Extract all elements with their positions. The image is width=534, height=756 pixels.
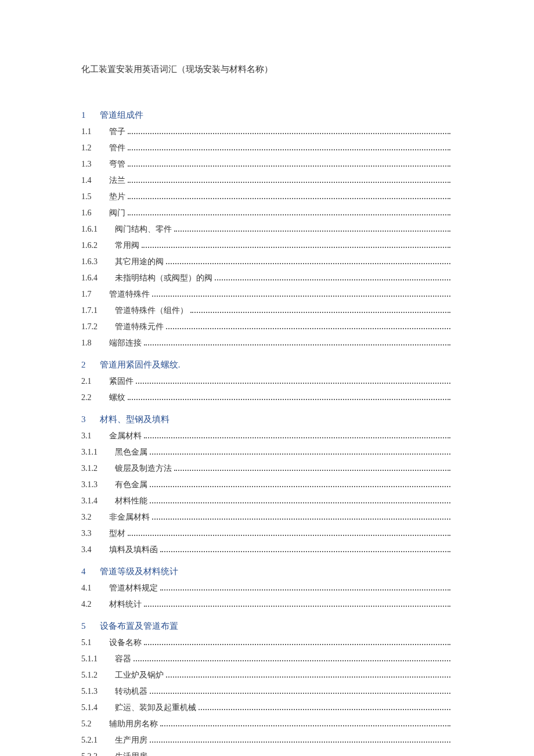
toc-entry-number: 1.6.3 xyxy=(81,255,115,268)
toc-leader-dots xyxy=(166,676,450,678)
toc-entry-number: 1.5 xyxy=(81,190,109,203)
toc-entry-label: 紧固件 xyxy=(109,375,134,387)
toc-entry-number: 2.2 xyxy=(81,391,109,404)
section-title: 设备布置及管道布置 xyxy=(98,621,178,631)
toc-entry-label: 型材 xyxy=(109,527,125,539)
toc-entry-label: 贮运、装卸及起重机械 xyxy=(115,701,196,714)
section-number: 2 xyxy=(81,360,98,370)
toc-entry-number: 1.6.1 xyxy=(81,223,115,235)
toc-entry-label: 设备名称 xyxy=(109,636,142,649)
toc-leader-dots xyxy=(150,502,450,503)
toc-leader-dots xyxy=(150,741,450,743)
toc-entry: 1.4法兰 xyxy=(81,174,453,186)
toc-entry-number: 4.1 xyxy=(81,582,109,594)
toc-entry-number: 3.1.1 xyxy=(81,446,115,458)
toc-entry-label: 端部连接 xyxy=(109,337,142,349)
toc-entry: 1.1管子 xyxy=(81,125,453,138)
toc-entry: 1.8端部连接 xyxy=(81,337,453,349)
section-title: 管道等级及材料统计 xyxy=(98,567,178,576)
toc-leader-dots xyxy=(136,383,450,384)
toc-leader-dots xyxy=(166,263,450,264)
section-heading: 5 设备布置及管道布置 xyxy=(81,621,453,632)
toc-entry-number: 4.2 xyxy=(81,598,109,610)
toc-entry-number: 1.6.4 xyxy=(81,272,115,284)
toc-entry-number: 3.3 xyxy=(81,527,109,539)
toc-entry-label: 转动机器 xyxy=(115,685,147,697)
toc-entry-number: 1.2 xyxy=(81,142,109,154)
toc-entry: 3.1金属材料 xyxy=(81,430,453,442)
toc-entry-label: 镀层及制造方法 xyxy=(115,462,172,474)
toc-entry: 2.1紧固件 xyxy=(81,375,453,387)
toc-entry-number: 1.8 xyxy=(81,337,109,349)
toc-entry-number: 3.1.2 xyxy=(81,462,115,474)
toc-entry-label: 法兰 xyxy=(109,174,125,186)
toc-leader-dots xyxy=(152,519,450,520)
toc-entry-label: 工业炉及锅炉 xyxy=(115,669,164,681)
toc-leader-dots xyxy=(128,165,450,167)
toc-entry-label: 辅助用房名称 xyxy=(109,718,158,730)
section-title: 管道组成件 xyxy=(98,110,143,120)
toc-entry: 5.1.4贮运、装卸及起重机械 xyxy=(81,701,453,714)
toc-leader-dots xyxy=(128,133,450,134)
toc-entry: 1.7.1管道特殊件（组件） xyxy=(81,304,453,316)
toc-entry: 2.2螺纹 xyxy=(81,391,453,404)
toc-entry-number: 1.7.2 xyxy=(81,321,115,333)
toc-entry-label: 生产用房 xyxy=(115,734,147,746)
toc-entry: 1.5垫片 xyxy=(81,190,453,203)
toc-entry-number: 3.1 xyxy=(81,430,109,442)
toc-leader-dots xyxy=(174,231,450,232)
toc-entry-label: 有色金属 xyxy=(115,478,147,491)
toc-entry-label: 常用阀 xyxy=(115,239,139,251)
toc-leader-dots xyxy=(144,606,450,607)
toc-entry: 5.2辅助用房名称 xyxy=(81,718,453,730)
section-heading: 3 材料、型钢及填料 xyxy=(81,414,453,425)
toc-entry: 3.2非金属材料 xyxy=(81,511,453,523)
toc-entry: 1.6.2常用阀 xyxy=(81,239,453,251)
section-number: 3 xyxy=(81,415,98,424)
toc-leader-dots xyxy=(128,198,450,199)
toc-entry: 3.4填料及填料函 xyxy=(81,543,453,556)
toc-entry: 3.3型材 xyxy=(81,527,453,539)
section-number: 4 xyxy=(81,567,98,577)
toc-entry-number: 3.2 xyxy=(81,511,109,523)
toc-entry-label: 非金属材料 xyxy=(109,511,150,523)
toc-leader-dots xyxy=(190,312,450,313)
toc-entry-number: 5.2.2 xyxy=(81,750,115,756)
toc-entry-label: 材料性能 xyxy=(115,495,147,507)
toc-entry-label: 管道特殊件 xyxy=(109,288,150,300)
toc-leader-dots xyxy=(150,693,450,694)
toc-entry-number: 3.1.3 xyxy=(81,478,115,491)
toc-entry-label: 其它用途的阀 xyxy=(115,255,164,268)
toc-entry: 5.2.1生产用房 xyxy=(81,734,453,746)
toc-entry-number: 1.7.1 xyxy=(81,304,115,316)
toc-entry-number: 1.6.2 xyxy=(81,239,115,251)
toc-entry: 3.1.4材料性能 xyxy=(81,495,453,507)
toc-leader-dots xyxy=(128,214,450,215)
toc-entry-number: 5.1.3 xyxy=(81,685,115,697)
toc-entry: 1.6.1阀门结构、零件 xyxy=(81,223,453,235)
toc-entry-number: 5.1 xyxy=(81,636,109,649)
toc-entry-number: 5.1.2 xyxy=(81,669,115,681)
toc-entry-number: 3.4 xyxy=(81,543,109,556)
toc-entry-number: 2.1 xyxy=(81,375,109,387)
section-heading: 1 管道组成件 xyxy=(81,110,453,121)
toc-leader-dots xyxy=(160,551,450,552)
toc-entry: 1.6.4未指明结构（或阀型）的阀 xyxy=(81,272,453,284)
toc-entry-number: 1.6 xyxy=(81,207,109,219)
toc-leader-dots xyxy=(150,486,450,487)
toc-entry-label: 螺纹 xyxy=(109,391,125,404)
toc-entry-number: 1.4 xyxy=(81,174,109,186)
toc-leader-dots xyxy=(144,644,450,645)
toc-entry-label: 材料统计 xyxy=(109,598,142,610)
toc-entry: 5.1.3转动机器 xyxy=(81,685,453,697)
toc-entry: 1.6.3其它用途的阀 xyxy=(81,255,453,268)
toc-entry-label: 金属材料 xyxy=(109,430,142,442)
toc-leader-dots xyxy=(199,709,450,710)
toc-entry-label: 管件 xyxy=(109,142,125,154)
document-title: 化工装置安装用英语词汇（现场安装与材料名称） xyxy=(81,64,453,75)
toc-entry: 1.6阀门 xyxy=(81,207,453,219)
toc-leader-dots xyxy=(128,399,450,400)
toc-entry-number: 3.1.4 xyxy=(81,495,115,507)
toc-leader-dots xyxy=(128,182,450,183)
section-heading: 2 管道用紧固件及螺纹. xyxy=(81,359,453,370)
